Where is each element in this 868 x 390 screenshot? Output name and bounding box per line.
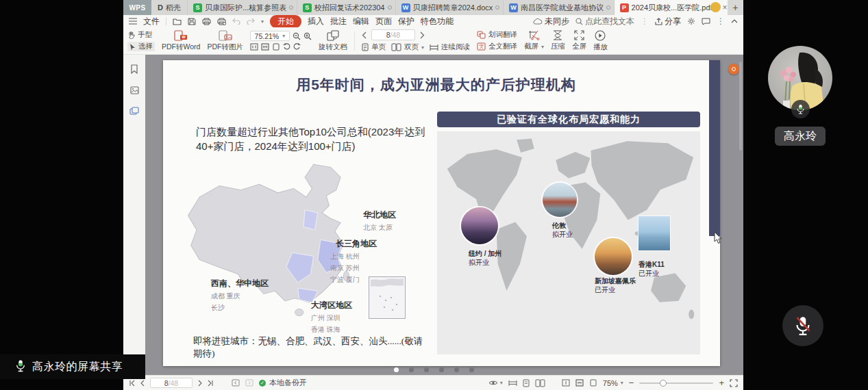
zoom-minus-icon[interactable]: −	[629, 378, 634, 388]
full-translate-button[interactable]: 全文翻译	[477, 42, 517, 51]
new-tab-button[interactable]: +	[728, 0, 743, 15]
wps-menubar: 文件 ▾ 开始 插入 批注 编辑 页面	[123, 15, 743, 27]
eye-protect-icon[interactable]: ▾	[488, 380, 503, 386]
print-icon[interactable]	[202, 18, 211, 25]
wps-tabbar: WPS D 稻壳 S 贝康国际护...核算参照表 S 校招回复话术202304 …	[123, 0, 743, 15]
menu-tab-home[interactable]: 开始	[270, 15, 301, 28]
page-dot[interactable]	[424, 367, 429, 372]
chevron-down-icon[interactable]: ▾	[261, 18, 264, 25]
next-page-icon[interactable]	[198, 380, 202, 387]
zoom-plus-icon[interactable]: +	[719, 378, 724, 388]
fit-actual-size-icon[interactable]	[250, 43, 258, 51]
page-back-icon[interactable]	[232, 379, 240, 387]
fit-width-icon[interactable]	[261, 43, 269, 51]
close-tab-icon[interactable]: ×	[722, 3, 728, 12]
slide-pagination-dots[interactable]	[394, 367, 474, 372]
kebab-icon[interactable]: ⋮	[641, 16, 649, 26]
print-preview-icon[interactable]	[217, 18, 226, 25]
tab-document-4[interactable]: W 南昌医学院就业基地协议	[504, 0, 615, 15]
double-page-view-icon[interactable]	[535, 379, 545, 387]
participant-name: 高永玲	[775, 127, 826, 146]
menu-tab-edit[interactable]: 编辑	[353, 16, 369, 27]
page-dot[interactable]	[409, 367, 414, 372]
account-avatar[interactable]	[710, 2, 721, 12]
menu-tab-comment[interactable]: 批注	[330, 16, 347, 27]
redo-icon[interactable]	[247, 18, 255, 25]
page-number-input[interactable]: 8/48	[371, 29, 415, 40]
zoom-level-select[interactable]: 75%▾	[603, 379, 623, 387]
collapse-ribbon-icon[interactable]	[731, 19, 738, 23]
hand-tool-button[interactable]: 手型	[127, 30, 155, 40]
prev-page-icon[interactable]	[140, 380, 145, 387]
previous-page-icon[interactable]	[362, 31, 367, 39]
hamburger-menu-icon[interactable]	[129, 18, 137, 25]
wps-home-button[interactable]: WPS	[123, 0, 151, 15]
fit-height-icon[interactable]	[562, 379, 570, 387]
fullscreen-button[interactable]: 全屏	[572, 30, 586, 51]
photo-london	[543, 183, 577, 217]
self-mic-muted-button[interactable]	[782, 305, 823, 346]
zoom-in-icon[interactable]	[303, 32, 312, 40]
menu-tab-features[interactable]: 特色功能	[421, 16, 454, 27]
zoom-slider-thumb[interactable]	[660, 380, 667, 387]
find-text-button[interactable]: 点此查找文本	[575, 16, 634, 27]
play-button[interactable]: 播放	[593, 30, 608, 52]
fit-width-status-icon[interactable]	[575, 379, 584, 387]
pdf-to-word-button[interactable]: W PDF转Word	[162, 30, 200, 52]
sync-status[interactable]: 未同步	[533, 16, 569, 27]
left-panel-strip	[123, 55, 145, 375]
pdf-to-image-button[interactable]: PDF转图片	[207, 30, 243, 52]
menu-tab-protect[interactable]: 保护	[398, 16, 414, 27]
page-forward-icon[interactable]	[245, 379, 253, 387]
tab-docer[interactable]: D 稻壳	[151, 0, 188, 15]
assistant-float-badge[interactable]	[728, 64, 739, 75]
spreadsheet-icon: S	[303, 3, 312, 12]
zoom-value-select[interactable]: 75.21%▾	[250, 31, 290, 41]
menu-tab-page[interactable]: 页面	[375, 16, 392, 27]
menu-file[interactable]: 文件	[143, 16, 160, 27]
single-page-button[interactable]: 单页	[362, 42, 386, 52]
compress-button[interactable]: 压缩	[551, 30, 565, 51]
menu-tab-insert[interactable]: 插入	[308, 16, 324, 27]
page-dot[interactable]	[394, 367, 399, 372]
image-panel-icon[interactable]	[130, 86, 139, 94]
tab-document-2[interactable]: S 校招回复话术202304	[297, 0, 396, 15]
rotate-left-icon[interactable]	[283, 43, 290, 51]
status-page-input[interactable]: 8/48	[150, 378, 193, 388]
fit-page-status-icon[interactable]	[589, 379, 597, 387]
local-backup-status[interactable]: ✓ 本地备份开	[259, 378, 307, 388]
pdf-icon: P	[620, 3, 629, 12]
screenshot-button[interactable]: 截屏▾	[524, 30, 544, 51]
word-translate-button[interactable]: 划词翻译	[477, 30, 517, 40]
double-page-button[interactable]: 双页▾	[391, 42, 424, 52]
comment-bubble-icon[interactable]	[702, 18, 710, 25]
reader-mode-icon[interactable]	[508, 380, 517, 387]
layers-panel-icon[interactable]	[129, 107, 139, 115]
open-folder-icon[interactable]	[173, 18, 182, 25]
select-tool-button[interactable]: 选择	[127, 42, 155, 51]
gear-icon[interactable]	[687, 17, 695, 25]
expand-fullscreen-icon[interactable]	[730, 379, 738, 387]
save-icon[interactable]	[188, 18, 196, 25]
page-dot[interactable]	[469, 367, 474, 372]
page-dot[interactable]	[439, 367, 444, 372]
zoom-out-icon[interactable]	[293, 32, 301, 40]
rotate-document-button[interactable]: 旋转文档	[319, 30, 347, 52]
fit-page-icon[interactable]	[272, 43, 280, 51]
single-page-view-icon[interactable]	[523, 379, 530, 387]
zoom-slider[interactable]	[639, 382, 713, 384]
share-button[interactable]: 分享	[655, 16, 681, 27]
tab-document-1[interactable]: S 贝康国际护...核算参照表	[188, 0, 297, 15]
vertical-scrollbar[interactable]	[739, 62, 742, 151]
rotate-right-icon[interactable]	[293, 43, 301, 51]
page-dot[interactable]	[454, 367, 459, 372]
more-kebab-icon[interactable]: ⋮	[717, 16, 725, 26]
next-page-icon[interactable]	[420, 31, 425, 39]
tab-document-3[interactable]: W 贝康招聘简章2024.docx	[396, 0, 504, 15]
bookmark-icon[interactable]	[130, 64, 138, 74]
document-view[interactable]: 用5年时间，成为亚洲最大的产后护理机构 门店数量超过行业其他Top10公司总和(…	[123, 55, 743, 375]
undo-icon[interactable]	[232, 18, 240, 25]
first-page-icon[interactable]	[129, 380, 135, 387]
continuous-read-button[interactable]: 连续阅读	[430, 42, 470, 52]
last-page-icon[interactable]	[208, 380, 214, 387]
